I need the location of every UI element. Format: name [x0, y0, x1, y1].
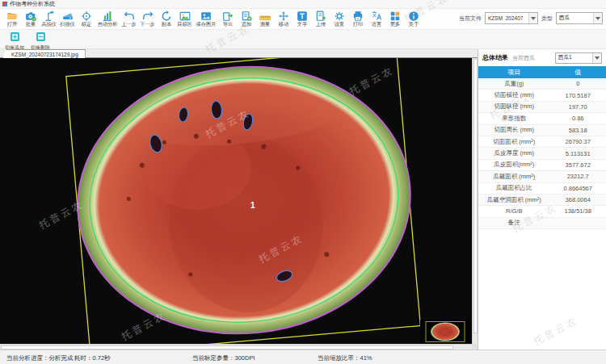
about-button[interactable]: 关于	[404, 10, 423, 28]
text-button[interactable]: 文字	[292, 10, 311, 28]
row-label: 瓜瓤面积 (mm²)	[478, 173, 549, 181]
save-image-button[interactable]: 保存图片	[194, 10, 218, 28]
measure-ruler-icon	[259, 10, 271, 22]
export-button[interactable]: 导出	[218, 10, 237, 28]
language-label: 语言	[371, 22, 381, 27]
open-button[interactable]: 打开	[2, 10, 21, 28]
text-label: 文字	[297, 22, 306, 27]
table-row: 切面横径 (mm)170.5187	[478, 90, 606, 101]
table-row: 切面纵径 (mm)197.70	[478, 102, 606, 113]
move-button[interactable]: 移动	[274, 10, 292, 28]
row-value: 138/51/38	[549, 207, 606, 215]
results-title: 总体结果	[482, 53, 508, 62]
language-button[interactable]: 语言	[367, 10, 385, 28]
printer-icon	[352, 10, 364, 22]
status-bar: 当前分析进度：分析完成 耗时：0.72秒 当前标定参量：300DPI 当前缩放比…	[0, 349, 606, 364]
scanner-button[interactable]: 扫描仪	[58, 10, 77, 28]
text-icon	[297, 10, 308, 22]
auto-analyze-label: 自动分析	[98, 22, 118, 27]
open-folder-icon	[6, 10, 18, 22]
row-label: R/G/B	[478, 207, 549, 215]
type-select[interactable]: 西瓜	[556, 12, 603, 24]
append-button[interactable]: 追加	[237, 10, 255, 28]
window-title: 作物考种分析系统	[10, 0, 55, 8]
scanner-label: 扫描仪	[60, 22, 74, 27]
move-label: 移动	[278, 22, 288, 27]
row-label: 切面周长 (mm)	[478, 126, 549, 134]
print-label: 打印	[352, 22, 362, 27]
row-label: 瓜皮厚度 (mm)	[478, 149, 549, 157]
edit-toolbar: 切换添加 切换删除	[0, 30, 606, 49]
tab-strip: KZSM_20240723174129.jpg	[0, 49, 478, 58]
row-value: 0.8664567	[549, 185, 606, 192]
analysis-progress-status: 当前分析进度：分析完成	[6, 354, 74, 362]
analysis-canvas[interactable]: 1	[0, 58, 472, 344]
settings-button[interactable]: 设置	[330, 10, 348, 28]
vertical-scrollbar[interactable]	[472, 58, 478, 344]
file-selectors: 当前文件 KZSM_202407 类型 西瓜	[459, 12, 603, 24]
row-value: 170.5187	[549, 92, 606, 99]
row-label: 瓜皮面积(mm²)	[478, 161, 549, 169]
row-label: 瓜重(g)	[478, 80, 549, 88]
more-grid-icon	[389, 10, 401, 22]
calibrate-button[interactable]: 标定	[77, 10, 95, 28]
language-icon	[371, 10, 382, 22]
duplicate-button[interactable]: 副本	[157, 10, 175, 28]
elapsed-time-status: 耗时：0.72秒	[74, 354, 111, 362]
target-region-button[interactable]: 目标区	[175, 10, 194, 28]
type-label: 类型	[541, 15, 553, 23]
row-value: 0.86	[549, 115, 606, 122]
melon-select[interactable]: 西瓜1	[555, 52, 602, 64]
image-workspace: KZSM_20240723174129.jpg	[0, 49, 478, 349]
row-label: 瓜瓤空洞面积 (mm²)	[478, 196, 549, 204]
current-file-label: 当前文件	[459, 15, 482, 23]
main-area: KZSM_20240723174129.jpg	[0, 49, 606, 349]
horizontal-scrollbar[interactable]	[0, 344, 472, 349]
more-button[interactable]: 更多	[385, 10, 404, 28]
prev-step-button[interactable]: 上一步	[120, 10, 138, 28]
auto-analyze-button[interactable]: 自动分析	[95, 10, 120, 28]
melon-select-value: 西瓜1	[558, 54, 572, 61]
more-label: 更多	[389, 22, 399, 27]
table-row: 瓜瓤面积 (mm²)23212.7	[478, 171, 606, 182]
toggle-delete-icon	[36, 31, 46, 45]
navigator-thumbnail[interactable]	[420, 320, 470, 344]
chevron-down-icon	[593, 13, 602, 23]
move-cross-icon	[278, 10, 289, 22]
current-melon-label: 当前西瓜	[512, 54, 535, 62]
current-file-select[interactable]: KZSM_202407	[485, 12, 538, 24]
table-row: 瓜瓤面积占比0.8664567	[478, 183, 606, 195]
row-label: 切面横径 (mm)	[478, 91, 549, 99]
image-tab[interactable]: KZSM_20240723174129.jpg	[2, 49, 86, 58]
batch-camera-icon	[25, 10, 36, 22]
batch-button[interactable]: 批量	[21, 10, 40, 28]
table-row: 果形指数0.86	[478, 113, 606, 124]
measure-button[interactable]: 测量	[255, 10, 274, 28]
row-value: 5.113131	[549, 150, 606, 157]
app-icon	[2, 2, 7, 6]
row-value: 583.18	[549, 127, 606, 134]
table-row: 瓜瓤空洞面积 (mm²)368.0064	[478, 195, 606, 206]
prev-step-label: 上一步	[121, 22, 136, 27]
scanner-icon	[62, 10, 74, 22]
upload-button[interactable]: 上传	[311, 10, 330, 28]
next-step-button[interactable]: 下一步	[138, 10, 157, 28]
table-row: 瓜皮厚度 (mm)5.113131	[478, 148, 606, 159]
target-region-icon	[179, 10, 191, 22]
doc-camera-button[interactable]: 高拍仪	[40, 10, 58, 28]
results-panel: 总体结果 当前西瓜 西瓜1 项目 值 瓜重(g)0 切面横径 (mm)170.5…	[478, 49, 606, 349]
scrollbar-corner	[472, 344, 478, 349]
current-file-value: KZSM_202407	[488, 15, 523, 21]
results-panel-header: 总体结果 当前西瓜 西瓜1	[478, 49, 606, 66]
row-value: 0	[549, 80, 606, 87]
export-label: 导出	[222, 22, 232, 27]
zoom-ratio-status: 当前缩放比率：41%	[318, 354, 372, 362]
save-image-icon	[200, 10, 212, 22]
chevron-down-icon	[528, 13, 537, 23]
measure-label: 测量	[259, 22, 269, 27]
column-item: 项目	[478, 68, 549, 77]
print-button[interactable]: 打印	[348, 10, 367, 28]
upload-label: 上传	[315, 22, 325, 27]
row-value: 26790.37	[549, 138, 606, 145]
auto-analyze-chart-icon	[102, 10, 113, 22]
